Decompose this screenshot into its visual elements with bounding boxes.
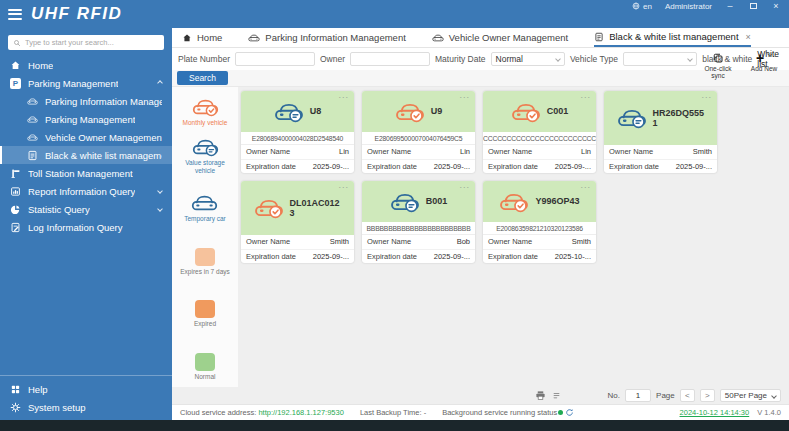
list-view-icon[interactable]: [552, 391, 561, 400]
maturity-date-select[interactable]: Normal: [491, 52, 565, 66]
sidebar-search-input[interactable]: [25, 38, 159, 47]
car-icon: [191, 193, 218, 213]
vehicle-card[interactable]: ... C001 CCCCCCCCCCCCCCCCCCCCCCCC Owner …: [483, 91, 596, 173]
cloud-address-link[interactable]: http://192.168.1.127:9530: [258, 408, 344, 417]
tab-black-white-list-management[interactable]: Black & white list management ×: [594, 28, 751, 47]
sidebar-item-system-setup[interactable]: System setup: [0, 398, 172, 416]
tab-home[interactable]: Home: [182, 28, 222, 47]
minimize-button[interactable]: –: [725, 1, 735, 11]
expiration-date-label: Expiration date: [367, 162, 417, 171]
one-click-sync-button[interactable]: One-click sync: [699, 52, 737, 80]
page-number-input[interactable]: [625, 389, 651, 402]
sidebar-item-parking-management[interactable]: Parking Management: [0, 110, 172, 128]
expired-swatch-icon: [195, 300, 215, 318]
card-menu-button[interactable]: ...: [701, 91, 712, 100]
per-page-select[interactable]: 50Per Page: [720, 389, 781, 402]
owner-label: Owner: [320, 54, 345, 64]
tab-parking-information-management[interactable]: Parking Information Management: [248, 28, 405, 47]
sidebar-item-label: Report Information Query: [28, 186, 135, 197]
vehicle-card[interactable]: ... DL01AC0123 Owner NameSmith Expiratio…: [241, 181, 354, 263]
sidebar-item-label: Black & white list management: [45, 150, 162, 161]
plate-number: HR26DQ5551: [653, 108, 705, 129]
refresh-icon[interactable]: [565, 408, 574, 417]
language-switcher[interactable]: en: [632, 2, 652, 11]
category-normal[interactable]: Normal: [195, 347, 216, 380]
expiration-date-value: 2025-09-...: [313, 162, 349, 171]
close-button[interactable]: ×: [771, 1, 781, 11]
sidebar-item-label: Parking Information Management: [45, 96, 162, 107]
epc-code: E2806894000004028D2548540: [241, 132, 354, 145]
vehicle-type-label: Vehicle Type: [570, 54, 618, 64]
vehicle-card[interactable]: ... U8 E2806894000004028D2548540 Owner N…: [241, 91, 354, 173]
card-menu-button[interactable]: ...: [580, 91, 591, 100]
expiration-date-label: Expiration date: [246, 162, 296, 171]
sidebar-item-log-information-query[interactable]: Log Information Query: [0, 218, 172, 236]
prev-page-button[interactable]: <: [680, 389, 695, 402]
card-header: ... DL01AC0123: [241, 181, 354, 235]
vehicle-card[interactable]: ... B001 BBBBBBBBBBBBBBBBBBBBBBBB Owner …: [362, 181, 475, 263]
sync-copy-icon: [712, 52, 724, 64]
category-monthly-vehicle[interactable]: Monthly vehicle: [183, 97, 228, 126]
sidebar-item-parking-information-management[interactable]: Parking Information Management: [0, 92, 172, 110]
owner-input[interactable]: [350, 52, 430, 66]
tab-vehicle-owner-management[interactable]: Vehicle Owner Management: [432, 28, 568, 47]
vehicle-card[interactable]: ... HR26DQ5551 Owner NameSmith Expiratio…: [604, 91, 717, 173]
plate-number-input[interactable]: [235, 52, 315, 66]
category-temporary-car[interactable]: Temporary car: [184, 193, 226, 222]
card-menu-button[interactable]: ...: [338, 91, 349, 100]
car-check-icon: [395, 101, 425, 123]
sidebar-item-black-white-list-management[interactable]: Black & white list management: [0, 146, 172, 164]
sidebar-item-report-information-query[interactable]: Report Information Query: [0, 182, 172, 200]
tab-close-icon[interactable]: ×: [746, 32, 751, 42]
owner-name-label: Owner Name: [367, 147, 411, 156]
sidebar-item-label: Parking Management: [28, 78, 118, 89]
vehicle-card[interactable]: ... U9 E280699500007004076459C5 Owner Na…: [362, 91, 475, 173]
plate-number: C001: [547, 106, 569, 116]
add-new-button[interactable]: + Add New: [745, 52, 783, 80]
maximize-button[interactable]: [748, 1, 758, 11]
sidebar-search[interactable]: [8, 35, 164, 50]
tab-label: Parking Information Management: [265, 32, 405, 43]
card-menu-button[interactable]: ...: [338, 181, 349, 190]
car-chat-icon: [390, 191, 420, 213]
vehicle-type-select[interactable]: [623, 52, 697, 66]
printer-icon[interactable]: [535, 390, 546, 401]
next-page-button[interactable]: >: [700, 389, 715, 402]
category-value-storage-vehicle[interactable]: Value storage vehicle: [175, 137, 235, 174]
sidebar-group-parking-management[interactable]: P Parking Management: [0, 74, 172, 92]
expiration-date-value: 2025-09-...: [434, 252, 470, 261]
sidebar-item-statistic-query[interactable]: Statistic Query: [0, 200, 172, 218]
vehicle-card[interactable]: ... Y996OP43 E20086359821210320123586 Ow…: [483, 181, 596, 263]
toll-station-icon: [10, 168, 21, 179]
expiration-date-value: 2025-10-...: [555, 252, 591, 261]
user-menu[interactable]: Administrator: [665, 2, 712, 11]
search-icon: [13, 39, 21, 47]
sidebar-item-home[interactable]: Home: [0, 56, 172, 74]
sidebar-item-help[interactable]: Help: [0, 380, 172, 398]
main-area: Home Parking Information Management Vehi…: [172, 28, 789, 420]
sidebar-item-vehicle-owner-management[interactable]: Vehicle Owner Management: [0, 128, 172, 146]
category-expired[interactable]: Expired: [194, 294, 216, 327]
category-expires-in-7-days[interactable]: Expires in 7 days: [180, 242, 230, 275]
card-header: ... B001: [362, 181, 475, 222]
filter-bar: Plate Number Owner Maturity Date Normal …: [172, 48, 789, 70]
tab-label: Home: [197, 32, 222, 43]
category-label: Temporary car: [184, 215, 226, 222]
last-backup-label: Last Backup Time: -: [360, 408, 426, 417]
car-check-icon: [511, 101, 541, 123]
hamburger-menu-icon[interactable]: [8, 9, 22, 20]
search-button[interactable]: Search: [177, 71, 228, 85]
sidebar-item-toll-station-management[interactable]: Toll Station Management: [0, 164, 172, 182]
card-menu-button[interactable]: ...: [459, 91, 470, 100]
tab-label: Black & white list management: [609, 31, 738, 42]
owner-name-value: Smith: [330, 237, 349, 246]
sidebar-item-label: Help: [28, 384, 48, 395]
vehicle-cards-grid: ... U8 E2806894000004028D2548540 Owner N…: [238, 87, 789, 387]
owner-name-label: Owner Name: [246, 147, 290, 156]
owner-name-label: Owner Name: [488, 237, 532, 246]
app-version: V 1.4.0: [757, 408, 781, 417]
card-menu-button[interactable]: ...: [580, 181, 591, 190]
page-no-label: No.: [608, 391, 620, 400]
pie-chart-icon: [10, 204, 21, 215]
card-menu-button[interactable]: ...: [459, 181, 470, 190]
